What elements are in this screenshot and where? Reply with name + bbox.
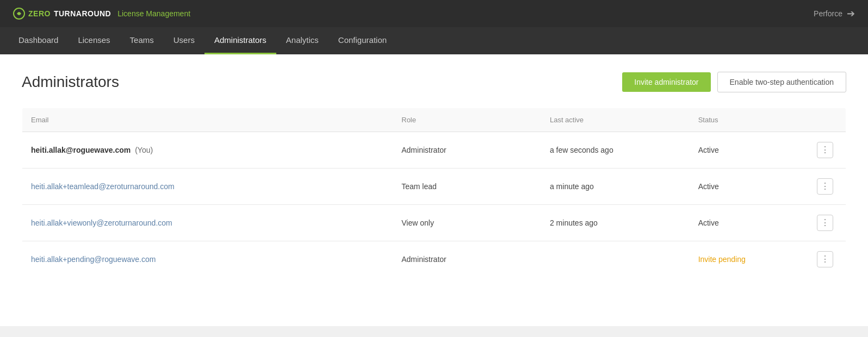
enable-twostep-button[interactable]: Enable two-step authentication [717,72,846,92]
role-cell: Administrator [393,241,541,278]
last-active-cell: 2 minutes ago [541,205,690,241]
nav-item-dashboard[interactable]: Dashboard [9,27,68,54]
status-badge: Active [698,219,719,227]
topbar: ZEROTURNAROUND License Management Perfor… [0,0,868,27]
administrators-table: Email Role Last active Status heiti.alla… [22,108,846,278]
email-link[interactable]: heiti.allak+teamlead@zeroturnaround.com [31,182,175,191]
last-active-cell: a few seconds ago [541,132,690,168]
invite-administrator-button[interactable]: Invite administrator [622,72,710,92]
logout-icon[interactable]: ➔ [847,8,855,20]
action-cell: ⋮ [805,168,846,205]
navbar: Dashboard Licenses Teams Users Administr… [0,27,868,54]
col-header-email: Email [22,108,393,132]
action-cell: ⋮ [805,241,846,278]
row-action-button[interactable]: ⋮ [817,178,833,195]
nav-item-licenses[interactable]: Licenses [68,27,120,54]
page-title: Administrators [22,73,119,91]
brand-turnaround: TURNAROUND [54,9,111,18]
status-badge: Active [698,146,719,154]
email-cell: heiti.allak+viewonly@zeroturnaround.com [22,205,393,241]
col-header-status: Status [690,108,805,132]
brand-icon [13,8,25,20]
brand: ZEROTURNAROUND License Management [13,8,190,20]
brand-zero: ZERO [28,9,51,18]
status-cell: Active [690,168,805,205]
main-content: Administrators Invite administrator Enab… [0,54,868,326]
last-active-cell: a minute ago [541,168,690,205]
you-label: (You) [133,146,153,154]
status-cell: Active [690,132,805,168]
role-cell: View only [393,205,541,241]
role-cell: Administrator [393,132,541,168]
table-header-row: Email Role Last active Status [22,108,846,132]
status-badge: Active [698,182,719,191]
nav-item-users[interactable]: Users [164,27,204,54]
col-header-action [805,108,846,132]
nav-item-configuration[interactable]: Configuration [328,27,396,54]
last-active-cell [541,241,690,278]
header-actions: Invite administrator Enable two-step aut… [622,72,846,92]
brand-logo: ZEROTURNAROUND [13,8,111,20]
nav-item-teams[interactable]: Teams [120,27,164,54]
action-cell: ⋮ [805,132,846,168]
table-row: heiti.allak@roguewave.com (You)Administr… [22,132,846,168]
col-header-role: Role [393,108,541,132]
table-row: heiti.allak+pending@roguewave.comAdminis… [22,241,846,278]
status-cell: Active [690,205,805,241]
brand-subtitle: License Management [117,9,190,18]
perforce-link[interactable]: Perforce [814,9,842,18]
row-action-button[interactable]: ⋮ [817,142,833,158]
topbar-right: Perforce ➔ [814,8,855,20]
table-row: heiti.allak+viewonly@zeroturnaround.comV… [22,205,846,241]
role-cell: Team lead [393,168,541,205]
status-badge: Invite pending [698,255,746,264]
row-action-button[interactable]: ⋮ [817,251,833,267]
email-cell: heiti.allak+pending@roguewave.com [22,241,393,278]
email-cell: heiti.allak+teamlead@zeroturnaround.com [22,168,393,205]
email-cell: heiti.allak@roguewave.com (You) [22,132,393,168]
page-header: Administrators Invite administrator Enab… [22,72,846,92]
email-link[interactable]: heiti.allak+pending@roguewave.com [31,255,156,264]
email-text: heiti.allak@roguewave.com [31,146,131,154]
table-row: heiti.allak+teamlead@zeroturnaround.comT… [22,168,846,205]
action-cell: ⋮ [805,205,846,241]
nav-item-analytics[interactable]: Analytics [276,27,328,54]
col-header-last-active: Last active [541,108,690,132]
row-action-button[interactable]: ⋮ [817,215,833,231]
email-link[interactable]: heiti.allak+viewonly@zeroturnaround.com [31,219,172,227]
nav-item-administrators[interactable]: Administrators [204,27,276,54]
status-cell: Invite pending [690,241,805,278]
